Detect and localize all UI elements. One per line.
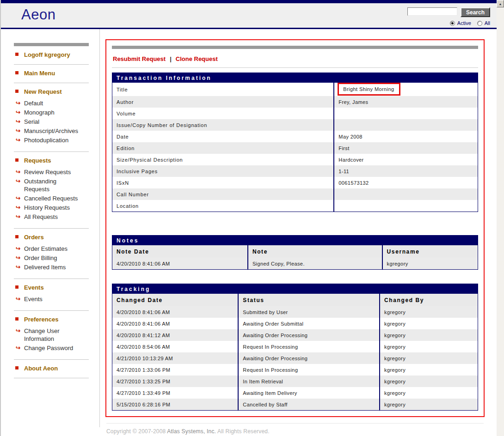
- changed-by: kgregory: [380, 329, 478, 341]
- sidebar-item-change-password[interactable]: ↪Change Password: [14, 344, 83, 352]
- sidebar-item-order-estimates[interactable]: ↪Order Estimates: [14, 245, 83, 253]
- sidebar-item-order-billing[interactable]: ↪Order Billing: [14, 254, 83, 262]
- bullet-icon: [15, 53, 18, 56]
- sidebar-item-review-requests[interactable]: ↪Review Requests: [14, 168, 83, 176]
- sidebar-item-change-user-information[interactable]: ↪Change User Information: [14, 327, 83, 343]
- bullet-icon: [15, 317, 18, 321]
- sub-arrow-icon: ↪: [16, 109, 20, 116]
- sidebar-item-photoduplication[interactable]: ↪Photoduplication: [14, 136, 83, 144]
- table-row: 4/20/2010 8:54:06 AM Request In Processi…: [112, 341, 478, 352]
- notes-header: Notes: [112, 235, 478, 245]
- transaction-detail-box: Resubmit Request|Clone Request Transacti…: [105, 39, 485, 417]
- search-area: Search Active All: [407, 7, 490, 26]
- sidebar-item-logoff[interactable]: Logoff kgregory: [14, 51, 89, 58]
- bullet-icon: [15, 235, 18, 238]
- status: Awaiting Order Submittal: [239, 318, 380, 329]
- brand-logo: Aeon: [21, 6, 55, 23]
- bullet-icon: [15, 90, 18, 93]
- sidebar-section-orders: Orders ↪Order Estimates ↪Order Billing ↪…: [14, 229, 89, 279]
- content-top-bar: [112, 46, 478, 49]
- table-header-row: Note Date Note Username: [112, 245, 478, 258]
- field-value: [334, 200, 478, 212]
- table-row: Edition First: [112, 142, 478, 154]
- sub-arrow-icon: ↪: [16, 177, 20, 185]
- status: Awaiting Order Processing: [239, 329, 380, 341]
- table-row: Issue/Copy Number of Designation: [112, 119, 478, 131]
- sub-arrow-icon: ↪: [16, 118, 20, 126]
- sub-arrow-icon: ↪: [16, 213, 20, 221]
- sidebar-item-manuscript-archives[interactable]: ↪Manuscript/Archives: [14, 127, 83, 135]
- atlas-systems-link[interactable]: Atlas Systems, Inc.: [167, 428, 216, 435]
- table-row: Inclusive Pages 1-11: [112, 165, 478, 177]
- sidebar-item-requests[interactable]: Requests: [14, 157, 89, 164]
- scrollbar-track[interactable]: [497, 7, 504, 436]
- field-label: Call Number: [112, 188, 334, 200]
- changed-date: 4/27/2010 1:33:06 PM: [112, 364, 239, 375]
- status: Request In Processing: [239, 341, 380, 352]
- sidebar-item-monograph[interactable]: ↪Monograph: [14, 109, 83, 116]
- resubmit-request-link[interactable]: Resubmit Request: [113, 55, 166, 62]
- clone-request-link[interactable]: Clone Request: [176, 55, 218, 62]
- radio-active[interactable]: [450, 21, 455, 26]
- table-row: 4/27/2010 1:33:25 PM In Item Retrieval k…: [112, 375, 478, 387]
- sidebar-section-main-menu: Main Menu: [14, 65, 89, 83]
- sidebar-item-history-requests[interactable]: ↪History Requests: [14, 204, 83, 212]
- field-label: Inclusive Pages: [112, 165, 334, 177]
- note-text: Signed Copy, Please.: [248, 258, 383, 269]
- sidebar-item-outstanding-requests[interactable]: ↪Outstanding Requests: [14, 177, 83, 193]
- field-value: 1-11: [334, 165, 478, 177]
- table-row: Call Number: [112, 188, 478, 200]
- sidebar-item-default[interactable]: ↪Default: [14, 99, 83, 107]
- field-label: Location: [112, 200, 334, 212]
- transaction-information-table: Title Bright Shiny Morning Author Frey, …: [112, 83, 478, 212]
- sidebar-item-delivered-items[interactable]: ↪Delivered Items: [14, 263, 83, 271]
- field-label: ISxN: [112, 177, 334, 188]
- search-scope-radios: Active All: [407, 20, 490, 26]
- status: Submitted by User: [239, 306, 380, 318]
- changed-by: kgregory: [380, 387, 478, 399]
- table-row: 4/20/2010 8:41:06 AM Awaiting Order Subm…: [112, 318, 478, 329]
- sidebar-item-serial[interactable]: ↪Serial: [14, 118, 83, 126]
- sidebar-section-events: Events ↪Events: [14, 279, 89, 311]
- field-label: Volume: [112, 108, 334, 119]
- sidebar-section-logoff: Logoff kgregory: [14, 46, 89, 65]
- search-input[interactable]: [407, 7, 457, 16]
- field-label: Issue/Copy Number of Designation: [112, 119, 334, 131]
- changed-by: kgregory: [380, 352, 478, 364]
- sidebar-item-main-menu[interactable]: Main Menu: [14, 70, 89, 77]
- field-value: Hardcover: [334, 154, 478, 165]
- copyright-text: Copyright © 2007-2008: [106, 428, 167, 435]
- changed-date: 4/20/2010 8:54:06 AM: [112, 341, 239, 352]
- field-value: [334, 188, 478, 200]
- changed-date: 5/15/2010 6:28:16 PM: [112, 399, 239, 410]
- sidebar-top-bar: [14, 43, 89, 46]
- vertical-scrollbar[interactable]: ▲: [497, 0, 504, 436]
- sidebar-section-new-request: New Request ↪Default ↪Monograph ↪Serial …: [14, 83, 89, 152]
- sidebar-item-new-request[interactable]: New Request: [14, 88, 89, 95]
- sidebar-section-preferences: Preferences ↪Change User Information ↪Ch…: [14, 311, 89, 360]
- sidebar-item-events-sub[interactable]: ↪Events: [14, 295, 83, 303]
- sidebar-item-events[interactable]: Events: [14, 284, 89, 291]
- changed-by: kgregory: [380, 399, 478, 410]
- changed-date: 4/27/2010 1:33:49 PM: [112, 387, 239, 399]
- table-row: Title Bright Shiny Morning: [112, 83, 478, 96]
- sidebar-item-all-requests[interactable]: ↪All Requests: [14, 213, 83, 221]
- radio-all[interactable]: [477, 21, 482, 26]
- table-row: 4/27/2010 1:33:49 PM Awaiting Item Deliv…: [112, 387, 478, 399]
- status: Cancelled by Staff: [239, 399, 380, 410]
- field-label: Size/Physical Description: [112, 154, 334, 165]
- sidebar-item-cancelled-requests[interactable]: ↪Cancelled Requests: [14, 194, 83, 202]
- scroll-up-icon: ▲: [499, 2, 502, 6]
- sidebar-item-orders[interactable]: Orders: [14, 234, 89, 241]
- column-header: Status: [239, 294, 380, 306]
- sub-arrow-icon: ↪: [16, 127, 20, 135]
- scroll-up-button[interactable]: ▲: [497, 0, 504, 7]
- status: Awaiting Order Processing: [239, 352, 380, 364]
- top-navy-bar: [1, 0, 497, 3]
- sidebar-item-preferences[interactable]: Preferences: [14, 316, 89, 323]
- status: Awaiting Item Delivery: [239, 387, 380, 399]
- sidebar-item-about-aeon[interactable]: About Aeon: [14, 365, 89, 372]
- aeon-page: Aeon Search Active All Logoff kgregory M…: [0, 0, 504, 436]
- search-button[interactable]: Search: [461, 7, 490, 17]
- table-row: Volume: [112, 108, 478, 119]
